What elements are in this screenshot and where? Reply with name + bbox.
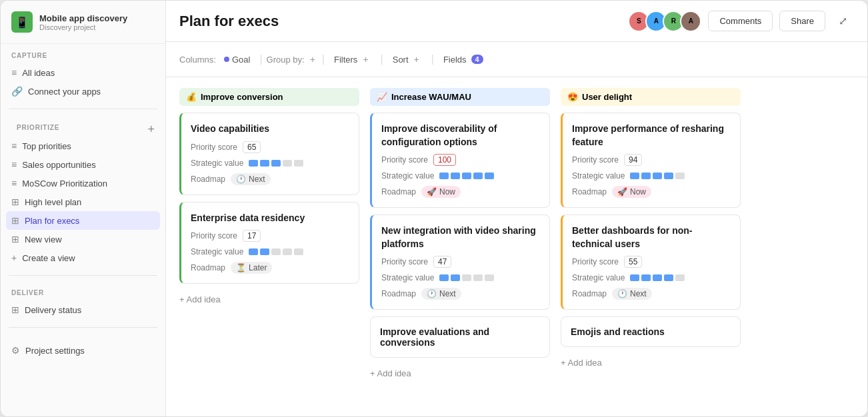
priority-row: Priority score 17 <box>191 230 349 242</box>
fields-label: Fields <box>443 55 467 65</box>
sort-plus[interactable]: + <box>411 51 422 67</box>
capture-label: CAPTURE <box>6 52 160 63</box>
strategic-bars <box>249 248 303 255</box>
roadmap-text: Later <box>249 263 267 272</box>
add-idea-delight[interactable]: + Add idea <box>561 354 741 372</box>
fullscreen-button[interactable]: ⤢ <box>832 10 854 32</box>
card-new-integration: New integration with video sharing platf… <box>370 214 550 310</box>
deliver-section: DELIVER ⊞ Delivery status <box>1 281 165 322</box>
sidebar-item-all-ideas[interactable]: ≡ All ideas <box>6 63 160 82</box>
sidebar-item-top-priorities[interactable]: ≡ Top priorities <box>6 137 160 155</box>
strategic-row: Strategic value <box>572 273 731 282</box>
goal-dot <box>224 57 229 62</box>
avatar-4: A <box>680 11 701 32</box>
sidebar-header-text: Mobile app discovery Discovery project <box>39 13 127 31</box>
strategic-label: Strategic value <box>191 159 243 168</box>
fields-badge: 4 <box>471 55 483 64</box>
bar-1 <box>630 274 639 281</box>
sidebar-item-new-view[interactable]: ⊞ New view <box>6 230 160 248</box>
groupby-label: Group by: <box>267 55 305 65</box>
main-content: Plan for execs S A R A Comments Share ⤢ … <box>166 1 867 416</box>
groupby-add[interactable]: + <box>307 51 318 67</box>
bar-4 <box>473 173 483 179</box>
sidebar-item-label: Top priorities <box>22 141 71 151</box>
sidebar-item-project-settings[interactable]: ⚙ Project settings <box>6 341 160 360</box>
roadmap-text: Next <box>249 175 265 184</box>
roadmap-label: Roadmap <box>381 187 416 197</box>
card-improve-performance: Improve performance of resharing feature… <box>561 113 741 208</box>
strategic-row: Strategic value <box>191 247 349 256</box>
bar-2 <box>451 274 460 281</box>
strategic-row: Strategic value <box>191 159 349 168</box>
page-title: Plan for execs <box>179 13 279 30</box>
priority-label: Priority score <box>191 231 237 240</box>
roadmap-badge: 🕐 Next <box>612 288 652 300</box>
roadmap-badge: 🕐 Next <box>421 288 461 300</box>
sidebar-item-plan-for-execs[interactable]: ⊞ Plan for execs <box>6 211 160 230</box>
sidebar-item-sales[interactable]: ≡ Sales opportunities <box>6 155 160 174</box>
share-button[interactable]: Share <box>779 11 825 31</box>
roadmap-emoji: 🕐 <box>617 289 627 298</box>
list-icon: ≡ <box>11 141 17 151</box>
bar-5 <box>675 173 685 179</box>
grid-icon: ⊞ <box>11 234 19 244</box>
sidebar-item-label: Sales opportunities <box>22 160 96 170</box>
card-title-partial: Improve evaluations and conversions <box>380 326 489 348</box>
bar-5 <box>294 248 303 255</box>
strategic-bars <box>249 160 303 167</box>
sidebar-item-high-level-plan[interactable]: ⊞ High level plan <box>6 193 160 211</box>
goal-filter[interactable]: Goal <box>219 52 255 67</box>
filters-plus[interactable]: + <box>360 51 371 67</box>
column-header-improve-conversion: 💰 Improve conversion <box>179 88 359 106</box>
roadmap-emoji: 🕐 <box>427 289 437 298</box>
sidebar-item-delivery-status[interactable]: ⊞ Delivery status <box>6 300 160 319</box>
add-idea-wau[interactable]: + Add idea <box>370 364 550 382</box>
roadmap-label: Roadmap <box>572 289 607 298</box>
grid-icon: ⊞ <box>11 215 19 226</box>
grid-icon: ⊞ <box>11 304 19 315</box>
separator-1: | <box>259 53 262 65</box>
comments-button[interactable]: Comments <box>708 11 773 31</box>
strategic-bars <box>439 173 494 179</box>
bar-3 <box>271 248 281 255</box>
sidebar-item-moscow[interactable]: ≡ MoSCow Prioritization <box>6 174 160 193</box>
roadmap-badge: 🕐 Next <box>231 173 271 185</box>
sidebar-item-label: High level plan <box>25 197 81 207</box>
column-emoji: 📈 <box>377 92 387 102</box>
sidebar-header: 📱 Mobile app discovery Discovery project <box>1 1 165 44</box>
filters-button[interactable]: Filters + <box>329 49 377 70</box>
fields-button[interactable]: Fields 4 <box>438 52 489 67</box>
bar-3 <box>462 173 471 179</box>
card-title: Better dashboards for non-technical user… <box>572 224 731 250</box>
bar-5 <box>294 160 303 167</box>
bar-3 <box>271 160 281 167</box>
add-idea-conversion[interactable]: + Add idea <box>179 290 359 308</box>
column-title: Increase WAU/MAU <box>391 92 471 102</box>
column-title: Improve conversion <box>201 92 283 102</box>
sidebar-item-create-view[interactable]: + Create a view <box>6 248 160 267</box>
sort-button[interactable]: Sort + <box>387 49 427 70</box>
strategic-bars <box>630 274 685 281</box>
divider-2 <box>9 275 157 276</box>
sidebar-item-connect-apps[interactable]: 🔗 Connect your apps <box>6 82 160 101</box>
roadmap-label: Roadmap <box>381 289 416 298</box>
card-title: New integration with video sharing platf… <box>381 224 540 250</box>
add-prioritize-icon[interactable]: + <box>147 123 155 137</box>
add-idea-label: + Add idea <box>370 368 411 378</box>
divider-3 <box>9 327 157 328</box>
roadmap-label: Roadmap <box>191 263 225 272</box>
card-title: Enterprise data residency <box>191 212 349 225</box>
roadmap-text: Now <box>630 187 646 197</box>
roadmap-row: Roadmap 🚀 Now <box>381 186 540 198</box>
prioritize-section: PRIORITIZE + ≡ Top priorities ≡ Sales op… <box>1 115 165 270</box>
strategic-label: Strategic value <box>381 273 434 282</box>
roadmap-label: Roadmap <box>191 175 225 184</box>
bar-2 <box>451 173 460 179</box>
bar-1 <box>439 173 449 179</box>
roadmap-row: Roadmap ⏳ Later <box>191 262 349 274</box>
priority-row: Priority score 47 <box>381 256 540 268</box>
strategic-row: Strategic value <box>572 171 731 181</box>
roadmap-emoji: ⏳ <box>236 263 246 272</box>
priority-score: 17 <box>243 230 261 242</box>
prioritize-header-row: PRIORITIZE + <box>6 123 160 137</box>
